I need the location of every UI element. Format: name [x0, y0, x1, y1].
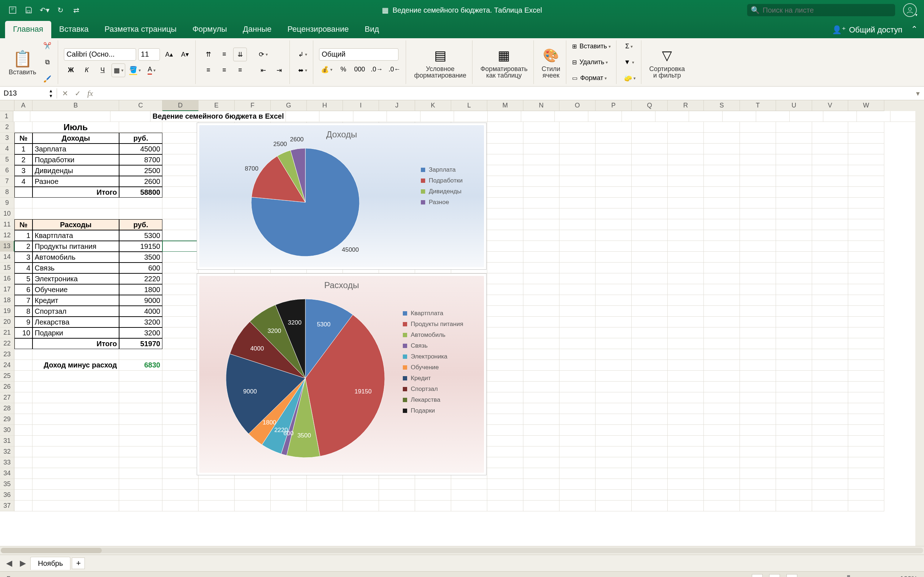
cell[interactable]	[559, 371, 596, 382]
cell[interactable]: Автомобиль	[32, 252, 119, 263]
cell[interactable]	[632, 349, 668, 360]
cell[interactable]	[812, 165, 848, 176]
cell[interactable]	[740, 284, 776, 295]
cell[interactable]	[740, 317, 776, 327]
cell[interactable]: 2	[15, 241, 32, 252]
zoom-level[interactable]: 100%	[900, 575, 918, 577]
cell[interactable]	[487, 252, 523, 263]
cell[interactable]	[487, 198, 523, 208]
cell[interactable]	[740, 468, 776, 479]
align-middle-icon[interactable]: ≡	[217, 48, 231, 61]
redo-icon[interactable]: ↻	[54, 4, 66, 16]
cell[interactable]	[119, 198, 162, 208]
cell[interactable]	[487, 327, 523, 338]
cell[interactable]	[119, 208, 162, 219]
cell[interactable]	[812, 176, 848, 187]
sheet-nav-prev-icon[interactable]: ◀	[3, 557, 15, 569]
cell[interactable]	[812, 133, 848, 143]
row-header[interactable]: 7	[0, 176, 15, 187]
cell[interactable]	[704, 446, 740, 457]
cell[interactable]	[632, 436, 668, 446]
cell[interactable]	[32, 490, 119, 501]
cell[interactable]	[487, 392, 523, 403]
cell[interactable]	[668, 198, 704, 208]
number-format-select[interactable]	[319, 48, 399, 61]
cell[interactable]	[162, 165, 199, 176]
cell[interactable]	[632, 306, 668, 317]
cell[interactable]	[812, 414, 848, 425]
cell[interactable]	[848, 392, 884, 403]
undo-icon[interactable]: ↶▾	[38, 4, 50, 16]
cell[interactable]	[740, 501, 776, 511]
cell[interactable]	[487, 230, 523, 241]
cell[interactable]	[776, 501, 812, 511]
cell[interactable]	[668, 230, 704, 241]
cell[interactable]	[632, 479, 668, 490]
cell[interactable]	[848, 360, 884, 371]
decrease-indent-icon[interactable]: ⇤	[256, 63, 270, 77]
fill-icon[interactable]: ▼	[622, 56, 636, 69]
cell[interactable]	[812, 403, 848, 414]
cell[interactable]	[596, 392, 632, 403]
cell[interactable]	[848, 295, 884, 306]
cell[interactable]: Квартплата	[32, 230, 119, 241]
cell[interactable]	[704, 338, 740, 349]
column-header[interactable]: R	[668, 100, 704, 111]
cell[interactable]	[15, 468, 32, 479]
cell[interactable]	[776, 371, 812, 382]
cell[interactable]	[523, 501, 559, 511]
horizontal-scrollbar[interactable]	[0, 546, 924, 554]
cell[interactable]	[740, 360, 776, 371]
cell[interactable]	[668, 446, 704, 457]
cell[interactable]: 4000	[119, 306, 162, 317]
cell[interactable]	[632, 284, 668, 295]
cell[interactable]	[704, 479, 740, 490]
cell[interactable]	[596, 414, 632, 425]
row-header[interactable]: 32	[0, 446, 15, 457]
cell[interactable]	[162, 382, 199, 392]
cell[interactable]	[596, 349, 632, 360]
cell[interactable]	[704, 403, 740, 414]
cell[interactable]: 4	[15, 176, 32, 187]
cell[interactable]	[740, 382, 776, 392]
cell[interactable]	[632, 392, 668, 403]
cell[interactable]	[848, 317, 884, 327]
cell[interactable]	[559, 165, 596, 176]
cell[interactable]	[162, 479, 199, 490]
row-header[interactable]: 4	[0, 143, 15, 154]
cell[interactable]	[812, 501, 848, 511]
cell[interactable]	[776, 403, 812, 414]
cell[interactable]	[848, 479, 884, 490]
cell[interactable]	[812, 457, 848, 468]
cell[interactable]: 10	[15, 327, 32, 338]
cell[interactable]	[812, 273, 848, 284]
cell[interactable]	[812, 360, 848, 371]
cell[interactable]	[812, 479, 848, 490]
cell[interactable]	[199, 490, 234, 501]
cell[interactable]	[848, 457, 884, 468]
cell[interactable]	[596, 306, 632, 317]
cell[interactable]	[776, 241, 812, 252]
cell[interactable]	[776, 446, 812, 457]
cell[interactable]	[740, 349, 776, 360]
cell[interactable]	[487, 414, 523, 425]
cell[interactable]: Зарплата	[32, 143, 119, 154]
cell[interactable]	[668, 468, 704, 479]
cell[interactable]	[704, 371, 740, 382]
cell[interactable]	[559, 360, 596, 371]
cell[interactable]	[622, 111, 656, 122]
cell[interactable]	[704, 241, 740, 252]
cell[interactable]	[776, 198, 812, 208]
cell[interactable]	[857, 111, 890, 122]
row-header[interactable]: 19	[0, 306, 15, 317]
cell[interactable]	[596, 154, 632, 165]
cell[interactable]	[523, 122, 559, 133]
cell[interactable]	[596, 468, 632, 479]
cell[interactable]	[559, 176, 596, 187]
cell[interactable]	[119, 349, 162, 360]
cell[interactable]: 3200	[119, 327, 162, 338]
cell[interactable]	[162, 338, 199, 349]
cell[interactable]	[119, 403, 162, 414]
cell[interactable]	[32, 479, 119, 490]
cell[interactable]	[776, 306, 812, 317]
